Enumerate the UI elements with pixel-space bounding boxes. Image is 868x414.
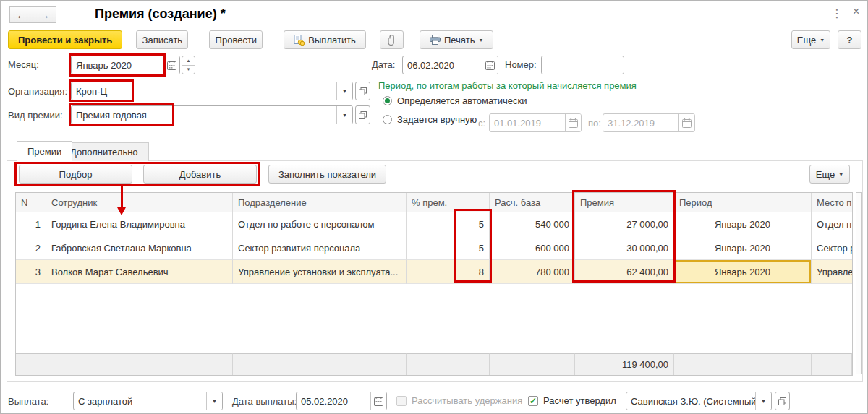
open-link-icon xyxy=(778,397,786,405)
calendar-icon[interactable] xyxy=(163,56,179,74)
organization-label: Организация: xyxy=(8,86,67,97)
tab-bonuses[interactable]: Премии xyxy=(17,141,72,161)
table-header-row: N Сотрудник Подразделение % прем. Расч. … xyxy=(16,193,852,212)
deductions-checkbox[interactable]: Рассчитывать удержания xyxy=(396,395,522,406)
table-row[interactable]: 2 Габровская Светлана Марковна Сектор ра… xyxy=(16,236,852,260)
date-field[interactable]: 06.02.2020 xyxy=(402,56,498,74)
forward-button[interactable]: → xyxy=(33,6,56,23)
payment-select[interactable]: С зарплатой ▼ xyxy=(73,392,223,410)
col-employee[interactable]: Сотрудник xyxy=(46,193,233,212)
period-to-field[interactable]: 31.12.2019 xyxy=(603,113,695,132)
forward-arrow-icon: → xyxy=(39,9,50,21)
dropdown-icon[interactable]: ▼ xyxy=(336,82,352,100)
number-field[interactable] xyxy=(541,56,624,74)
dropdown-icon[interactable]: ▼ xyxy=(755,392,771,410)
tab-additional[interactable]: Дополнительно xyxy=(59,142,149,161)
total-bonus: 119 400,00 xyxy=(575,353,674,375)
bonus-kind-label: Вид премии: xyxy=(8,110,63,121)
table-total-row: 119 400,00 xyxy=(16,353,852,375)
fill-indicators-button[interactable]: Заполнить показатели xyxy=(268,165,386,184)
attach-button[interactable] xyxy=(380,30,404,49)
date-label: Дата: xyxy=(372,59,395,70)
pay-button[interactable]: Выплатить xyxy=(284,30,366,49)
print-button[interactable]: Печать ▼ xyxy=(420,30,494,49)
close-icon[interactable]: × xyxy=(853,5,859,18)
bonus-table: N Сотрудник Подразделение % прем. Расч. … xyxy=(15,192,853,376)
col-percent[interactable]: % прем. xyxy=(407,193,490,212)
period-from-field[interactable]: 01.01.2019 xyxy=(489,113,582,132)
col-place[interactable]: Место п xyxy=(812,193,852,212)
calendar-icon[interactable] xyxy=(370,392,386,410)
chevron-down-icon: ▼ xyxy=(820,38,825,43)
organization-field[interactable]: Крон-Ц ▼ xyxy=(71,82,353,100)
bonus-document-window: ← → Премия (создание) * ⋮ × Провести и з… xyxy=(0,0,868,414)
approver-open-button[interactable] xyxy=(775,392,790,410)
toolbar: Провести и закрыть Записать Провести Вып… xyxy=(8,30,493,49)
col-department[interactable]: Подразделение xyxy=(233,193,407,212)
help-button[interactable]: ? xyxy=(838,30,861,49)
period-manual-option[interactable]: Задается вручную xyxy=(383,114,477,125)
table-more-button[interactable]: Еще ▼ xyxy=(809,165,850,184)
page-title: Премия (создание) * xyxy=(95,7,226,22)
organization-open-button[interactable] xyxy=(355,82,370,100)
stepper-up-icon: ▲ xyxy=(182,56,195,66)
pay-date-label: Дата выплаты: xyxy=(232,396,297,407)
printer-icon xyxy=(430,35,441,45)
back-arrow-icon: ← xyxy=(16,9,27,21)
save-button[interactable]: Записать xyxy=(136,30,188,49)
bonus-kind-field[interactable]: Премия годовая ▼ xyxy=(71,105,353,124)
open-link-icon xyxy=(359,111,367,119)
calendar-icon[interactable] xyxy=(565,114,581,131)
pay-date-field[interactable]: 05.02.2020 xyxy=(296,392,387,410)
table-row-selected[interactable]: 3 Волков Марат Савельевич Управление уст… xyxy=(16,260,852,284)
payment-label: Выплата: xyxy=(8,396,48,407)
bonus-kind-open-button[interactable] xyxy=(355,105,370,124)
table-scrollbar[interactable] xyxy=(856,192,862,374)
period-from-label: с: xyxy=(478,118,485,129)
dropdown-icon[interactable]: ▼ xyxy=(206,392,222,410)
radio-icon xyxy=(383,115,392,124)
back-button[interactable]: ← xyxy=(9,6,33,23)
add-button[interactable]: Добавить xyxy=(143,165,257,184)
table-empty-area xyxy=(16,284,852,353)
chevron-down-icon: ▼ xyxy=(838,172,843,177)
titlebar: ← → Премия (создание) * ⋮ × xyxy=(1,1,867,27)
period-section-title: Период, по итогам работы за который начи… xyxy=(378,80,637,91)
col-bonus[interactable]: Премия xyxy=(575,193,674,212)
post-and-close-button[interactable]: Провести и закрыть xyxy=(8,30,122,49)
paperclip-icon xyxy=(387,35,396,46)
col-period[interactable]: Период xyxy=(674,193,812,212)
period-auto-option[interactable]: Определяется автоматически xyxy=(383,95,527,106)
month-label: Месяц: xyxy=(8,59,39,70)
checkbox-checked-icon xyxy=(528,396,538,406)
active-cell[interactable]: Январь 2020 xyxy=(674,260,812,284)
month-stepper[interactable]: ▲ ▼ xyxy=(182,56,195,74)
calendar-icon[interactable] xyxy=(482,56,498,74)
open-link-icon xyxy=(359,87,367,95)
approved-checkbox[interactable]: Расчет утвердил xyxy=(528,395,616,406)
pick-button[interactable]: Подбор xyxy=(19,165,132,184)
stepper-down-icon: ▼ xyxy=(182,66,195,74)
month-field[interactable]: Январь 2020 xyxy=(71,56,180,74)
approver-field[interactable]: Савинская З.Ю. (Системный п ▼ xyxy=(626,392,772,410)
col-base[interactable]: Расч. база xyxy=(490,193,575,212)
col-n[interactable]: N xyxy=(16,193,46,212)
pay-document-coins-icon xyxy=(294,35,305,46)
dropdown-icon[interactable]: ▼ xyxy=(336,106,352,124)
period-to-label: по: xyxy=(588,118,601,129)
calendar-icon[interactable] xyxy=(678,114,694,131)
number-label: Номер: xyxy=(505,59,537,70)
radio-selected-icon xyxy=(383,96,392,105)
post-button[interactable]: Провести xyxy=(209,30,263,49)
chevron-down-icon: ▼ xyxy=(478,38,483,43)
window-menu-icon[interactable]: ⋮ xyxy=(831,7,843,20)
table-row[interactable]: 1 Гордина Елена Владимировна Отдел по ра… xyxy=(16,212,852,236)
form-more-button[interactable]: Еще ▼ xyxy=(791,30,830,49)
checkbox-disabled-icon xyxy=(396,396,407,406)
